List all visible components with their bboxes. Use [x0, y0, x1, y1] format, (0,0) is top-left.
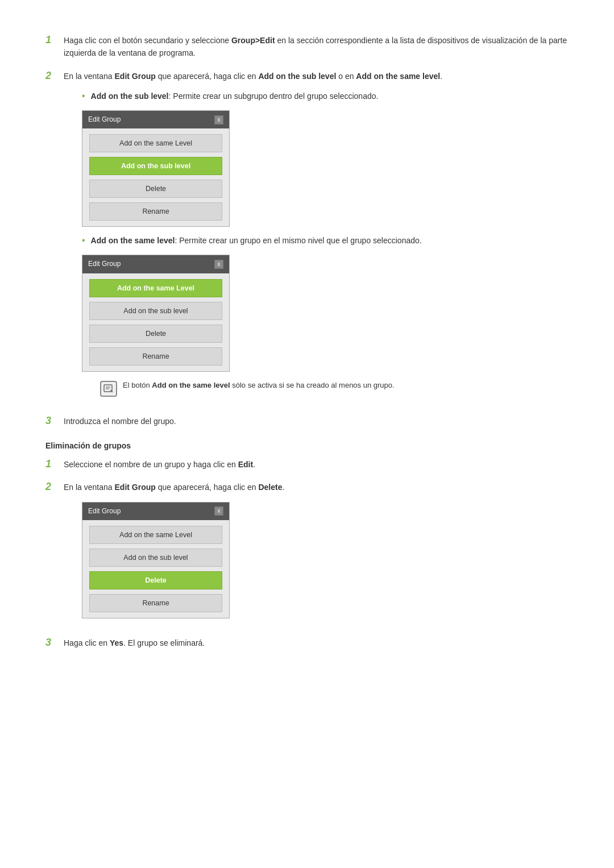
btn-add-sub-level-3[interactable]: Add on the sub level [89, 549, 222, 567]
btn-delete-3[interactable]: Delete [89, 571, 222, 589]
dialog-container-3: Edit Group x Add on the same Level Add o… [82, 502, 569, 618]
bullet-item-1: • Add on the sub level: Permite crear un… [82, 90, 569, 102]
step-number-1: 1 [45, 34, 64, 46]
elim-step-2-text: En la ventana Edit Group que aparecerá, … [64, 481, 569, 493]
btn-add-sub-level-2[interactable]: Add on the sub level [89, 302, 222, 320]
btn-delete-1[interactable]: Delete [89, 180, 222, 198]
dialog-title-2: Edit Group [88, 259, 121, 269]
btn-rename-1[interactable]: Rename [89, 202, 222, 221]
step-3-add-content: Introduzca el nombre del grupo. [64, 415, 569, 427]
elim-step-1-content: Seleccione el nombre de un grupo y haga … [64, 458, 569, 471]
btn-rename-2[interactable]: Rename [89, 347, 222, 366]
step-number-3-add: 3 [45, 415, 64, 427]
step-1: 1 Haga clic con el botón secundario y se… [45, 34, 569, 60]
bullet-item-2: • Add on the same level: Permite crear u… [82, 235, 569, 247]
dialog-container-2: Edit Group x Add on the same Level Add o… [82, 255, 569, 371]
bullet-text-1: Add on the sub level: Permite crear un s… [91, 90, 379, 102]
edit-group-dialog-2: Edit Group x Add on the same Level Add o… [82, 255, 230, 371]
dialog-close-btn-3[interactable]: x [214, 506, 223, 516]
dialog-titlebar-3: Edit Group x [82, 502, 229, 520]
dialog-titlebar-1: Edit Group x [82, 111, 229, 128]
dialog-title-3: Edit Group [88, 506, 121, 517]
step-1-content: Haga clic con el botón secundario y sele… [64, 34, 569, 60]
bullet-label-1: Add on the sub level [91, 92, 169, 101]
btn-add-sub-level-1[interactable]: Add on the sub level [89, 157, 222, 175]
dialog-close-btn-2[interactable]: x [214, 260, 223, 269]
note-block: El botón Add on the same level sólo se a… [100, 380, 569, 397]
dialog-titlebar-2: Edit Group x [82, 255, 229, 273]
edit-group-dialog-1: Edit Group x Add on the same Level Add o… [82, 110, 230, 227]
bullet-dot-1: • [82, 92, 85, 101]
step-number-2: 2 [45, 70, 64, 82]
dialog-title-1: Edit Group [88, 114, 121, 125]
elim-step-2: 2 En la ventana Edit Group que aparecerá… [45, 481, 569, 626]
elim-step-3: 3 Haga clic en Yes. El grupo se eliminar… [45, 637, 569, 649]
bullet-desc-1: : Permite crear un subgrupo dentro del g… [169, 92, 379, 101]
dialog-body-3: Add on the same Level Add on the sub lev… [82, 520, 229, 618]
dialog-close-btn-1[interactable]: x [214, 115, 223, 124]
bullet-desc-2: : Permite crear un grupo en el mismo niv… [175, 236, 421, 245]
btn-add-same-level-1[interactable]: Add on the same Level [89, 134, 222, 152]
elim-step-1-text: Seleccione el nombre de un grupo y haga … [64, 458, 569, 471]
elim-step-2-content: En la ventana Edit Group que aparecerá, … [64, 481, 569, 626]
elim-step-number-3: 3 [45, 637, 64, 649]
dialog-container-1: Edit Group x Add on the same Level Add o… [82, 110, 569, 227]
note-text: El botón Add on the same level sólo se a… [123, 380, 395, 391]
elim-step-number-1: 1 [45, 458, 64, 470]
btn-add-same-level-2[interactable]: Add on the same Level [89, 279, 222, 297]
dialog-body-2: Add on the same Level Add on the sub lev… [82, 273, 229, 371]
step-3-add-text: Introduzca el nombre del grupo. [64, 415, 569, 427]
bullet-block-1: • Add on the sub level: Permite crear un… [82, 90, 569, 396]
bullet-text-2: Add on the same level: Permite crear un … [91, 235, 422, 247]
edit-group-dialog-3: Edit Group x Add on the same Level Add o… [82, 502, 230, 618]
step-2-content: En la ventana Edit Group que aparecerá, … [64, 70, 569, 405]
bullet-label-2: Add on the same level [91, 236, 175, 245]
btn-delete-2[interactable]: Delete [89, 325, 222, 343]
step-3-add: 3 Introduzca el nombre del grupo. [45, 415, 569, 427]
btn-add-same-level-3[interactable]: Add on the same Level [89, 526, 222, 544]
note-icon [100, 381, 117, 397]
elim-step-number-2: 2 [45, 481, 64, 493]
dialog-body-1: Add on the same Level Add on the sub lev… [82, 128, 229, 226]
step-2-text: En la ventana Edit Group que aparecerá, … [64, 70, 569, 82]
elim-step-1: 1 Seleccione el nombre de un grupo y hag… [45, 458, 569, 471]
btn-rename-3[interactable]: Rename [89, 594, 222, 612]
bullet-dot-2: • [82, 236, 85, 245]
elim-step-3-text: Haga clic en Yes. El grupo se eliminará. [64, 637, 569, 649]
step-2: 2 En la ventana Edit Group que aparecerá… [45, 70, 569, 405]
elim-step-3-content: Haga clic en Yes. El grupo se eliminará. [64, 637, 569, 649]
step-1-text: Haga clic con el botón secundario y sele… [64, 34, 569, 60]
section-heading-elim: Eliminación de grupos [45, 441, 569, 450]
